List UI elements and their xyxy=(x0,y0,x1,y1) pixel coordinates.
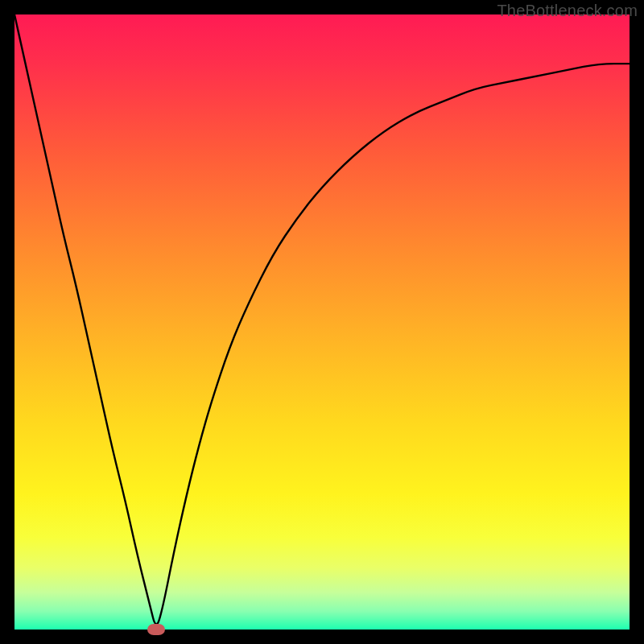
watermark-text: TheBottleneck.com xyxy=(497,2,638,20)
chart-plot-area xyxy=(14,14,630,630)
chart-frame: TheBottleneck.com xyxy=(0,0,644,644)
curve-line xyxy=(14,14,630,624)
bottleneck-curve xyxy=(14,14,630,630)
optimal-point-marker xyxy=(147,624,165,635)
